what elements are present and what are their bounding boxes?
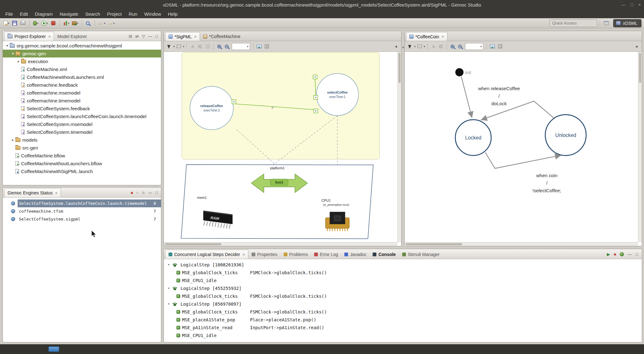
zoom-combo-dropdown-icon[interactable]: ▾ (480, 45, 482, 48)
zoom-in-button[interactable] (449, 43, 456, 50)
font-button[interactable]: A (430, 43, 437, 50)
tree-item-coffeemachinewithsigpml-launch[interactable]: CoffeeMachinewithSigPML.launch (3, 167, 161, 175)
coffeecoin-canvas[interactable]: init Locked Unlocked when releaseCoffee … (405, 52, 642, 246)
vertical-scrollbar[interactable] (397, 52, 401, 242)
maximize-view-button[interactable]: □ (636, 252, 638, 256)
zoom-out-button[interactable] (223, 43, 230, 50)
port[interactable] (313, 75, 317, 79)
tree-item-coffeemachine-bflow[interactable]: CoffeeMachine.bflow (3, 152, 161, 160)
scrollbar-handle[interactable] (398, 53, 401, 83)
tree-item-coffeemachine-nolaunchers-bflow[interactable]: CoffeeMachinewithoutLaunchers.bflow (3, 160, 161, 167)
palette-collapse-button[interactable]: ◂ (392, 43, 399, 50)
marquee-tool-button[interactable] (416, 43, 423, 50)
new-dropdown-icon[interactable]: ▾ (8, 22, 9, 25)
menu-file[interactable]: File (2, 10, 16, 18)
mse-row[interactable]: MSE_placeA1State_pop Place->placeA1State… (164, 316, 642, 324)
collapse-all-button[interactable]: ⊟ (129, 34, 132, 38)
link-with-editor-button[interactable]: ⇄ (135, 34, 139, 38)
tab-stimuli-manager[interactable]: Stimuli Manager (399, 250, 443, 259)
node-releasecoffee[interactable] (190, 86, 233, 130)
coverage-dropdown-icon[interactable]: ▾ (68, 22, 69, 25)
select-tool-dropdown-icon[interactable]: ▾ (414, 45, 416, 48)
minimize-view-button[interactable]: — (148, 191, 152, 195)
tree-item-coffeemachine-msemodel[interactable]: coffeemachine.msemodel (3, 89, 161, 97)
tab-model-explorer[interactable]: Model Explorer (54, 32, 90, 41)
minimize-view-button[interactable]: — (628, 252, 632, 256)
mse-row[interactable]: MSE_CPU1_idle (164, 331, 642, 339)
tree-item-execution[interactable]: ▸ execution (3, 57, 161, 65)
print-button[interactable] (19, 19, 27, 27)
sigpml-canvas[interactable]: releaseCoffee execTime:3 selectCoffee ex… (164, 52, 401, 246)
tab-coffeemachine[interactable]: *CoffeeMachine (200, 32, 243, 41)
open-perspective-button[interactable] (602, 19, 610, 27)
status-progress-item[interactable] (48, 346, 59, 352)
maximize-view-button[interactable]: □ (155, 34, 158, 38)
engine-row[interactable]: SelectCoffeeSystem.sigpml 7 (3, 215, 161, 223)
save-button[interactable] (11, 19, 19, 27)
marquee-tool-button[interactable] (175, 43, 182, 50)
export-image-button[interactable] (256, 43, 263, 50)
mse-row[interactable]: MSE_CPU1_idle (164, 276, 642, 284)
palette-collapse-button[interactable]: ◂ (633, 43, 640, 50)
menu-navigate[interactable]: Navigate (56, 10, 82, 18)
tab-javadoc[interactable]: Javadoc (341, 250, 369, 259)
decider-stop-button[interactable]: ■ (614, 253, 616, 256)
mse-row[interactable]: MSE_globalClock_ticks FSMClock->globalCl… (164, 308, 642, 316)
horizontal-scrollbar[interactable] (164, 242, 397, 246)
coverage-button[interactable]: ▾ (62, 19, 70, 27)
zoom-out-button[interactable] (457, 43, 464, 50)
menu-search[interactable]: Search (82, 10, 104, 18)
menu-run[interactable]: Run (125, 10, 141, 18)
scrollbar-handle[interactable] (406, 243, 462, 245)
decider-play-button[interactable]: ▶ (607, 252, 610, 256)
tree-item-gemoc-gen[interactable]: ▾ gemoc-gen (3, 50, 161, 57)
marquee-tool-dropdown-icon[interactable]: ▾ (183, 45, 185, 48)
remove-engine-button[interactable]: × (136, 191, 139, 195)
zoom-level-combo[interactable]: ▾ (232, 43, 250, 50)
menu-window[interactable]: Window (141, 10, 164, 18)
run-dropdown-icon[interactable]: ▾ (47, 22, 48, 25)
tree-item-selectcoffee-msemodel[interactable]: SelectCoffeeSystem.msemodel (3, 120, 161, 128)
align-button[interactable] (197, 43, 203, 50)
menu-diagram[interactable]: Diagram (31, 10, 56, 18)
tree-item-coffeemachine-feedback[interactable]: coffeemachine.feedback (3, 81, 161, 89)
initial-transition[interactable] (461, 77, 472, 118)
menu-help[interactable]: Help (164, 10, 181, 18)
window-maximize-button[interactable]: □ (630, 3, 633, 7)
remove-all-engines-button[interactable]: ⊗ (142, 191, 145, 195)
grid-button[interactable] (263, 43, 270, 50)
tree-item-src-gen[interactable]: src-gen (3, 144, 161, 152)
minimize-view-button[interactable]: — (148, 34, 152, 38)
close-icon[interactable]: × (242, 252, 245, 257)
back-dropdown-icon[interactable]: ▾ (104, 22, 105, 25)
tree-item-coffeemachine-timemodel[interactable]: coffeemachine.timemodel (3, 97, 161, 105)
menu-edit[interactable]: Edit (16, 10, 31, 18)
node-selectcoffee[interactable] (316, 74, 358, 116)
scrollbar-handle[interactable] (639, 53, 641, 83)
expand-icon[interactable]: ▾ (10, 52, 15, 56)
tab-project-explorer[interactable]: Project Explorer × (4, 32, 54, 41)
port[interactable] (314, 95, 318, 100)
expand-icon[interactable]: ▾ (166, 263, 171, 267)
expand-icon[interactable]: ▸ (16, 59, 21, 63)
close-icon[interactable]: × (441, 34, 444, 39)
tree-item-selectcoffee-feedback[interactable]: SelectCoffeeSystem.feedback (3, 105, 161, 112)
tab-error-log[interactable]: Error Log (311, 250, 341, 259)
font-button[interactable]: A (189, 43, 196, 50)
stop-button[interactable] (49, 19, 57, 27)
tree-item-models[interactable]: ▸ models (3, 136, 161, 144)
new-button[interactable]: ▾ (3, 19, 10, 27)
debug-button[interactable]: ▾ (32, 19, 40, 27)
sash-collapse-icon[interactable]: ◂ (402, 45, 404, 246)
logical-step-row[interactable]: ▾ LogicalStep [1008261936] (164, 261, 642, 269)
tab-coffeecoin[interactable]: *CoffeeCoin × (406, 32, 447, 41)
tree-item-selectcoffee-launch-timemodel[interactable]: SelectCoffeeSystem.launchCoffeeCoin.laun… (3, 112, 161, 120)
tab-problems[interactable]: Problems (280, 250, 311, 259)
window-close-button[interactable]: × (638, 3, 641, 7)
logical-step-row[interactable]: ▾ LogicalStep [455255932] (164, 284, 642, 292)
forward-dropdown-icon[interactable]: ▾ (113, 22, 115, 25)
tree-item-coffeemachine-nolaunchers-xml[interactable]: CoffeeMachinewithoutLaunchers.xml (3, 73, 161, 81)
expand-icon[interactable]: ▾ (5, 44, 10, 48)
debug-dropdown-icon[interactable]: ▾ (37, 22, 39, 25)
tree-item-selectcoffee-timemodel[interactable]: SelectCoffeeSystem.timemodel (3, 128, 161, 136)
